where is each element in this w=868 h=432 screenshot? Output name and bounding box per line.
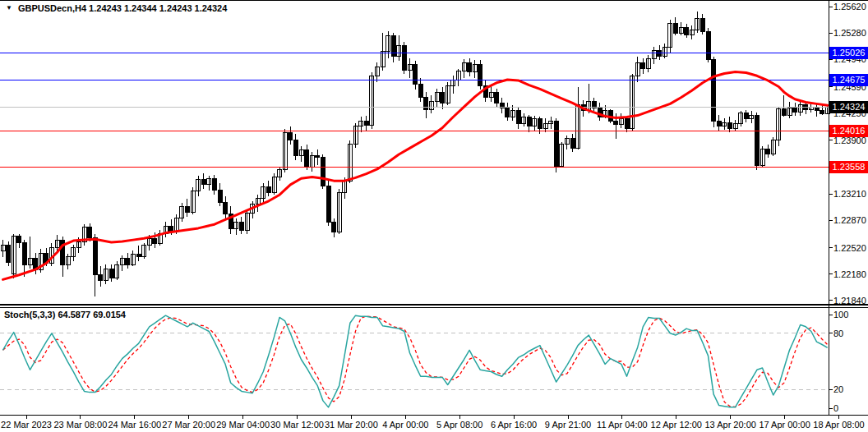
price-level-badge: 1.24675 <box>829 74 868 86</box>
chart-marker-icon: ▼ <box>6 4 12 12</box>
stoch-main-line <box>3 315 828 407</box>
time-tick-label: 27 Mar 20:00 <box>162 420 215 430</box>
stoch-tick-label: 80 <box>833 329 843 339</box>
time-tick-label: 30 Mar 12:00 <box>270 420 324 430</box>
price-tick-label: 1.22520 <box>833 243 866 254</box>
time-tick-label: 4 Apr 00:00 <box>382 420 428 430</box>
stoch-tick-label: 100 <box>833 310 848 320</box>
time-tick-label: 5 Apr 08:00 <box>436 420 482 430</box>
time-tick-label: 12 Apr 12:00 <box>651 420 702 430</box>
chart-window: ▼ GBPUSDecn,H4 1.24243 1.24344 1.24243 1… <box>0 0 868 432</box>
time-tick-label: 9 Apr 21:00 <box>545 420 591 430</box>
moving-average-line <box>3 72 828 280</box>
price-level-badge: 1.23558 <box>829 161 868 173</box>
price-tick-label: 1.21840 <box>833 296 866 306</box>
current-price-badge: 1.24324 <box>829 101 868 113</box>
price-tick-label: 1.25620 <box>833 2 866 12</box>
time-tick-label: 6 Apr 16:00 <box>491 420 537 430</box>
price-tick-label: 1.25280 <box>833 28 866 39</box>
time-tick-label: 11 Apr 04:00 <box>597 420 648 430</box>
time-tick-label: 17 Apr 00:00 <box>759 420 810 430</box>
stochastic-label: Stoch(5,3,3) 64.5877 69.0154 <box>4 310 126 319</box>
price-level-badge: 1.24016 <box>829 125 868 137</box>
time-tick-label: 29 Mar 04:00 <box>216 420 270 430</box>
time-tick-label: 31 Mar 20:00 <box>325 420 378 430</box>
stoch-tick-label: 20 <box>833 384 843 395</box>
symbol-ohlc-text: GBPUSDecn,H4 1.24243 1.24344 1.24243 1.2… <box>18 3 227 13</box>
time-tick-label: 18 Apr 08:00 <box>813 420 864 430</box>
price-tick-label: 1.23210 <box>833 189 866 200</box>
price-level-badge: 1.25026 <box>829 47 868 59</box>
stoch-tick-label: 0 <box>833 403 838 414</box>
symbol-title: ▼ GBPUSDecn,H4 1.24243 1.24344 1.24243 1… <box>6 3 227 13</box>
time-tick-label: 13 Apr 20:00 <box>704 420 755 430</box>
chart-canvas[interactable] <box>0 0 868 432</box>
stoch-signal-line <box>3 316 828 407</box>
time-tick-label: 23 Mar 08:00 <box>53 420 107 430</box>
price-tick-label: 1.22180 <box>833 269 866 280</box>
price-tick-label: 1.22870 <box>833 215 866 226</box>
time-tick-label: 24 Mar 16:00 <box>108 420 161 430</box>
time-tick-label: 22 Mar 2023 <box>1 420 52 430</box>
